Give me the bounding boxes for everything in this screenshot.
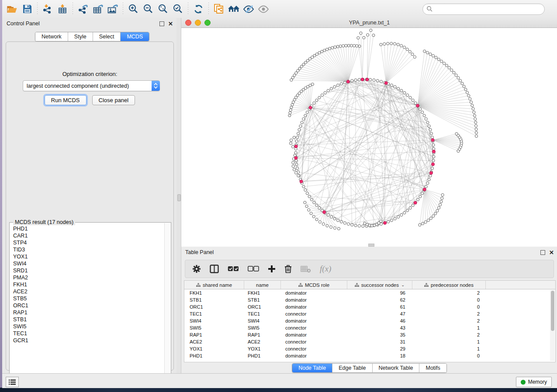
network-node[interactable] [318, 52, 321, 54]
network-node[interactable] [426, 52, 429, 54]
network-node[interactable] [403, 211, 406, 214]
network-node[interactable] [466, 91, 468, 94]
delete-row-trash-icon[interactable] [284, 265, 292, 273]
network-dominator-node[interactable] [431, 138, 434, 141]
network-node[interactable] [289, 111, 291, 114]
table-panel-close-button[interactable]: ✕ [549, 250, 554, 255]
network-node[interactable] [431, 167, 433, 169]
network-node[interactable] [440, 60, 443, 62]
table-panel-float-button[interactable] [540, 250, 546, 255]
network-node[interactable] [318, 96, 321, 99]
network-dominator-node[interactable] [346, 80, 349, 83]
network-node[interactable] [423, 114, 426, 117]
mcds-result-item[interactable]: ORC1 [13, 302, 167, 309]
network-node[interactable] [426, 121, 429, 124]
deselect-all-icon[interactable] [248, 266, 259, 272]
network-node[interactable] [439, 203, 441, 206]
network-node[interactable] [475, 128, 477, 131]
network-node[interactable] [461, 82, 464, 85]
network-node[interactable] [467, 94, 470, 97]
table-row[interactable]: ORC1ORC1dominator610 [184, 303, 555, 310]
network-node[interactable] [455, 74, 457, 76]
network-node[interactable] [380, 220, 382, 223]
table-row[interactable]: SWI5SWI5connector431 [184, 324, 555, 331]
network-node[interactable] [432, 55, 434, 57]
network-node[interactable] [308, 209, 310, 211]
network-node[interactable] [333, 227, 336, 229]
network-node[interactable] [325, 48, 328, 51]
network-node[interactable] [347, 223, 349, 225]
network-node[interactable] [431, 136, 433, 138]
network-node[interactable] [473, 114, 476, 117]
tab-select[interactable]: Select [93, 32, 121, 41]
network-node[interactable] [357, 37, 360, 39]
network-node[interactable] [428, 125, 430, 127]
network-node[interactable] [421, 192, 424, 195]
export-network-icon[interactable] [76, 2, 90, 16]
network-node[interactable] [412, 204, 414, 206]
network-node[interactable] [343, 81, 346, 84]
table-row[interactable]: SWI4SWI4dominator462 [184, 317, 555, 324]
network-node[interactable] [358, 78, 360, 81]
splitter-grip[interactable] [177, 194, 181, 201]
network-dominator-node[interactable] [384, 82, 387, 85]
network-dominator-node[interactable] [432, 150, 435, 153]
network-node[interactable] [406, 48, 408, 51]
network-node[interactable] [296, 136, 298, 138]
network-node[interactable] [441, 193, 444, 196]
network-node[interactable] [304, 189, 307, 191]
zoom-selected-icon[interactable] [170, 2, 185, 16]
network-node[interactable] [427, 219, 429, 222]
network-node[interactable] [297, 132, 299, 135]
network-node[interactable] [429, 53, 432, 55]
network-node[interactable] [342, 45, 345, 47]
table-scrollbar[interactable] [550, 290, 555, 361]
import-table-icon[interactable] [55, 2, 70, 16]
network-dominator-node[interactable] [432, 163, 435, 166]
network-node[interactable] [295, 163, 298, 166]
network-node[interactable] [441, 197, 443, 199]
network-node[interactable] [302, 185, 305, 188]
task-history-button[interactable] [6, 377, 19, 387]
network-node[interactable] [387, 42, 389, 45]
network-canvas[interactable] [181, 28, 557, 247]
network-node[interactable] [376, 79, 379, 82]
network-node[interactable] [351, 224, 353, 226]
network-node[interactable] [345, 45, 347, 47]
network-node[interactable] [295, 172, 298, 174]
import-network-icon[interactable] [40, 2, 55, 16]
network-node[interactable] [421, 111, 424, 113]
network-node[interactable] [429, 217, 432, 220]
mcds-result-item[interactable]: CAR1 [13, 232, 167, 239]
control-panel-float-button[interactable] [159, 21, 165, 27]
network-node[interactable] [443, 62, 445, 65]
network-node[interactable] [400, 89, 403, 92]
column-header-predecessor-nodes[interactable]: predecessor nodes [412, 281, 486, 289]
network-node[interactable] [290, 139, 292, 141]
network-node[interactable] [293, 168, 295, 171]
mcds-result-item[interactable]: YOX1 [13, 253, 167, 260]
network-dominator-node[interactable] [414, 201, 417, 204]
network-node[interactable] [293, 136, 295, 139]
network-node[interactable] [429, 175, 432, 177]
network-node[interactable] [321, 50, 323, 53]
network-node[interactable] [308, 195, 311, 198]
network-dominator-node[interactable] [294, 145, 298, 148]
export-table-icon[interactable] [90, 2, 105, 16]
network-node[interactable] [310, 198, 313, 201]
select-all-icon[interactable] [228, 266, 239, 272]
show-columns-icon[interactable] [210, 265, 219, 273]
table-row[interactable]: PHD1PHD1dominator180 [184, 352, 555, 359]
network-node[interactable] [403, 91, 406, 94]
zoom-in-icon[interactable] [126, 2, 141, 16]
network-node[interactable] [289, 109, 292, 111]
network-node[interactable] [347, 44, 350, 47]
network-node[interactable] [423, 50, 426, 52]
column-header-name[interactable]: name [244, 281, 281, 289]
control-panel-close-button[interactable]: ✕ [168, 21, 173, 27]
tab-style[interactable]: Style [68, 32, 93, 41]
network-node[interactable] [425, 117, 427, 120]
network-node[interactable] [291, 103, 294, 106]
horizontal-splitter-grip[interactable] [368, 244, 374, 247]
network-node[interactable] [315, 204, 318, 206]
